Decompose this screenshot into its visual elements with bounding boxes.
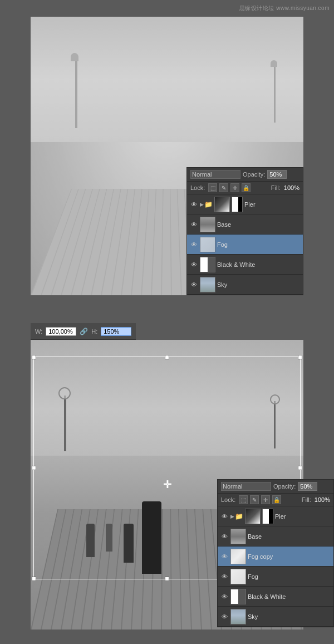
layer-row-pier-bottom[interactable]: 👁 ▶ 📁 Pier xyxy=(218,506,333,526)
eye-icon-bw-bottom[interactable]: 👁 xyxy=(220,592,229,601)
figure-group-bottom xyxy=(86,524,134,563)
chain-link-icon: 🔗 xyxy=(80,328,88,335)
blend-opacity-row-top: Normal Opacity: xyxy=(187,168,303,182)
lock-image-btn-top[interactable]: ✎ xyxy=(219,183,228,192)
folder-indicator-pier-top: ▶ 📁 xyxy=(200,201,213,208)
layer-row-bw-bottom[interactable]: 👁 Black & White xyxy=(218,587,333,607)
lock-label-bottom: Lock: xyxy=(221,496,235,503)
pier-thumb-bottom xyxy=(245,509,261,524)
bw-thumb-top xyxy=(200,257,215,272)
lamp-left-bottom xyxy=(64,396,66,451)
lock-transparent-btn-top[interactable]: ⬚ xyxy=(208,183,217,192)
lock-transparent-btn-bottom[interactable]: ⬚ xyxy=(239,495,248,504)
fog-name-bottom: Fog xyxy=(248,573,331,580)
layers-panel-top: Normal Opacity: Lock: ⬚ ✎ ✛ 🔒 Fill: 100%… xyxy=(186,167,303,295)
eye-icon-bw-top[interactable]: 👁 xyxy=(189,260,198,269)
layer-row-base-bottom[interactable]: 👁 Base xyxy=(218,526,333,547)
layer-row-fog-bottom[interactable]: 👁 Fog xyxy=(218,567,333,587)
base-name-bottom: Base xyxy=(248,533,331,540)
layer-row-fog-top[interactable]: 👁 Fog xyxy=(187,235,303,255)
lock-move-btn-bottom[interactable]: ✛ xyxy=(261,495,270,504)
fog-copy-name-bottom: Fog copy xyxy=(248,553,331,560)
sky-thumb-top xyxy=(200,277,215,292)
w-label: W: xyxy=(35,328,42,335)
lock-icons-bottom: ⬚ ✎ ✛ 🔒 xyxy=(239,495,298,504)
fog-thumb-bottom xyxy=(230,569,246,584)
crosshair-icon: ✛ xyxy=(163,479,171,491)
fog-name-top: Fog xyxy=(217,241,301,248)
opacity-label-bottom: Opacity: xyxy=(273,483,296,490)
fill-label-bottom: Fill: xyxy=(302,496,311,503)
opacity-input-top[interactable] xyxy=(267,170,287,179)
bw-name-bottom: Black & White xyxy=(248,593,331,600)
blend-mode-select-bottom[interactable]: Normal xyxy=(221,482,271,491)
bw-name-top: Black & White xyxy=(217,261,301,268)
sky-area-bottom xyxy=(31,340,303,456)
eye-icon-fog-bottom[interactable]: 👁 xyxy=(220,572,229,581)
layer-row-pier-top[interactable]: 👁 ▶ 📁 Pier xyxy=(187,194,303,214)
blend-mode-select-top[interactable]: Normal xyxy=(190,170,240,179)
pier-mask-top xyxy=(232,197,243,212)
folder-icon-pier-bottom: 📁 xyxy=(235,513,243,520)
h-label: H: xyxy=(91,328,97,335)
eye-icon-sky-top[interactable]: 👁 xyxy=(189,280,198,289)
layer-row-fog-copy-bottom[interactable]: 👁 Fog copy xyxy=(218,547,333,567)
eye-icon-pier-bottom[interactable]: 👁 xyxy=(220,512,229,521)
base-thumb-bottom xyxy=(230,529,246,544)
lock-fill-row-bottom: Lock: ⬚ ✎ ✛ 🔒 Fill: 100% xyxy=(218,494,333,506)
base-name-top: Base xyxy=(217,221,301,228)
fog-copy-thumb-bottom xyxy=(230,549,246,564)
lock-image-btn-bottom[interactable]: ✎ xyxy=(250,495,259,504)
eye-icon-pier-top[interactable]: 👁 xyxy=(189,200,198,209)
layer-row-sky-top[interactable]: 👁 Sky xyxy=(187,275,303,295)
eye-icon-base-bottom[interactable]: 👁 xyxy=(220,532,229,541)
fog-thumb-top xyxy=(200,237,215,252)
lock-label-top: Lock: xyxy=(190,184,205,191)
arrow-icon-pier-top: ▶ xyxy=(200,202,204,207)
eye-icon-fog-top[interactable]: 👁 xyxy=(189,240,198,249)
layers-panel-bottom: Normal Opacity: Lock: ⬚ ✎ ✛ 🔒 Fill: 100%… xyxy=(217,479,334,627)
folder-icon-pier-top: 📁 xyxy=(204,201,213,208)
pier-name-top: Pier xyxy=(244,201,301,208)
sky-thumb-bottom xyxy=(230,609,246,625)
sky-name-top: Sky xyxy=(217,281,301,288)
blend-opacity-row-bottom: Normal Opacity: xyxy=(218,480,333,494)
sky-name-bottom: Sky xyxy=(248,613,331,620)
main-figure-bottom xyxy=(142,501,161,574)
pier-mask-bottom xyxy=(262,509,273,524)
bw-thumb-bottom xyxy=(230,589,246,604)
folder-indicator-pier-bottom: ▶ 📁 xyxy=(230,513,243,520)
transform-toolbar: W: 🔗 H: xyxy=(31,323,136,340)
layer-row-bw-top[interactable]: 👁 Black & White xyxy=(187,255,303,275)
pier-name-bottom: Pier xyxy=(275,513,331,520)
opacity-label-top: Opacity: xyxy=(243,171,265,178)
layer-row-sky-bottom[interactable]: 👁 Sky xyxy=(218,607,333,627)
base-thumb-top xyxy=(200,217,215,232)
w-input[interactable] xyxy=(46,327,76,336)
lamp-right-bottom xyxy=(274,401,276,448)
h-input[interactable] xyxy=(101,327,131,336)
lock-move-btn-top[interactable]: ✛ xyxy=(230,183,239,192)
lock-all-btn-top[interactable]: 🔒 xyxy=(242,183,250,192)
watermark: 思缘设计论坛 www.missyuan.com xyxy=(239,4,330,12)
layer-row-base-top[interactable]: 👁 Base xyxy=(187,214,303,235)
eye-icon-fog-copy-bottom[interactable]: 👁 xyxy=(220,552,229,561)
lock-icons-top: ⬚ ✎ ✛ 🔒 xyxy=(208,183,267,192)
top-panel: Normal Opacity: Lock: ⬚ ✎ ✛ 🔒 Fill: 100%… xyxy=(31,17,303,295)
lock-fill-row-top: Lock: ⬚ ✎ ✛ 🔒 Fill: 100% xyxy=(187,182,303,194)
fill-label-top: Fill: xyxy=(271,184,281,191)
fill-value-bottom: 100% xyxy=(315,496,330,503)
bottom-panel: W: 🔗 H: ✛ xyxy=(0,323,334,644)
pier-thumb-top xyxy=(214,197,230,212)
arrow-icon-pier-bottom: ▶ xyxy=(230,514,234,519)
opacity-input-bottom[interactable] xyxy=(298,482,317,491)
eye-icon-base-top[interactable]: 👁 xyxy=(189,220,198,229)
lock-all-btn-bottom[interactable]: 🔒 xyxy=(272,495,281,504)
fill-value-top: 100% xyxy=(284,184,299,191)
eye-icon-sky-bottom[interactable]: 👁 xyxy=(220,612,229,621)
